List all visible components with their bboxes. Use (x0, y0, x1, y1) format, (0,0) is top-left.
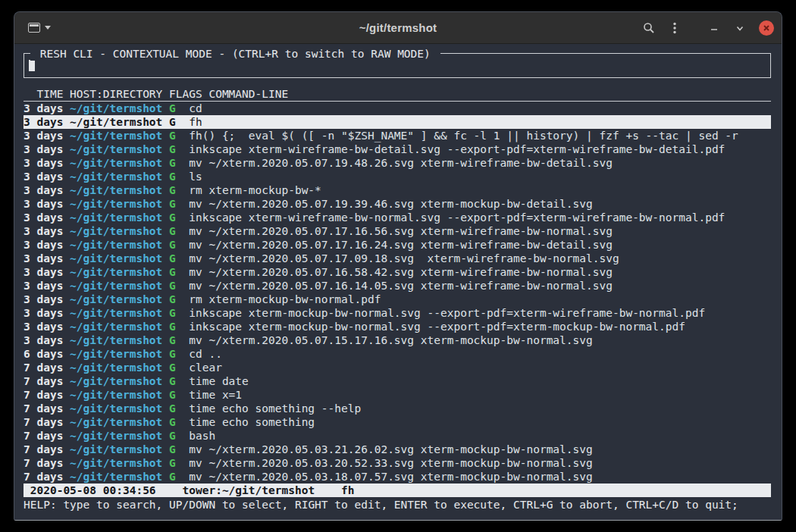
history-row[interactable]: 3 days~/git/termshotGmv ~/xterm.2020.05.… (24, 252, 771, 265)
history-flags: G (169, 225, 176, 237)
history-host: ~/git/termshot (70, 457, 162, 469)
history-flags: G (169, 239, 176, 251)
history-host: ~/git/termshot (70, 361, 162, 374)
history-flags: G (169, 198, 176, 210)
history-time: 3 days (24, 225, 63, 237)
history-row[interactable]: 3 days~/git/termshotGfh (24, 115, 771, 129)
titlebar[interactable]: ~/git/termshot (14, 12, 782, 44)
close-button[interactable] (759, 20, 774, 36)
history-time: 3 days (24, 157, 63, 169)
history-host: ~/git/termshot (70, 334, 162, 346)
history-row[interactable]: 7 days~/git/termshotGmv ~/xterm.2020.05.… (24, 456, 771, 470)
history-time: 3 days (24, 130, 63, 142)
history-flags: G (169, 171, 176, 183)
new-tab-button[interactable] (24, 19, 55, 36)
history-row[interactable]: 7 days~/git/termshotGbash (24, 429, 771, 443)
history-host: ~/git/termshot (70, 348, 162, 360)
history-host: ~/git/termshot (70, 471, 162, 483)
history-flags: G (169, 321, 176, 333)
history-flags: G (169, 430, 176, 442)
status-bar: 2020-05-08 00:34:56 tower:~/git/termshot… (24, 483, 771, 497)
history-time: 3 days (24, 184, 63, 196)
history-flags: G (169, 307, 176, 319)
history-row[interactable]: 3 days~/git/termshotGmv ~/xterm.2020.05.… (24, 279, 771, 293)
history-row[interactable]: 3 days~/git/termshotGmv ~/xterm.2020.05.… (24, 265, 771, 279)
history-host: ~/git/termshot (70, 280, 162, 292)
history-row[interactable]: 3 days~/git/termshotGmv ~/xterm.2020.05.… (24, 197, 771, 211)
history-command: cd .. (189, 348, 222, 360)
history-flags: G (169, 471, 176, 483)
history-command: inkscape xterm-mockup-bw-normal.svg --ex… (189, 307, 705, 319)
history-row[interactable]: 3 days~/git/termshotGmv ~/xterm.2020.05.… (24, 238, 771, 252)
history-flags: G (169, 375, 176, 387)
history-time: 3 days (24, 239, 63, 251)
history-row[interactable]: 3 days~/git/termshotGfh() {; eval $( ([ … (24, 129, 771, 142)
history-host: ~/git/termshot (70, 293, 162, 305)
history-command: mv ~/xterm.2020.05.03.18.07.57.svg xterm… (189, 471, 593, 483)
history-command: rm xterm-mockup-bw-normal.pdf (189, 293, 381, 305)
history-row[interactable]: 3 days~/git/termshotGmv ~/xterm.2020.05.… (24, 224, 771, 238)
history-host: ~/git/termshot (70, 130, 162, 142)
history-flags: G (169, 416, 176, 428)
history-time: 7 days (24, 389, 63, 401)
column-header: TIME HOST:DIRECTORY FLAGS COMMAND-LINE (24, 87, 771, 102)
history-command: inkscape xterm-wireframe-bw-normal.svg -… (189, 211, 725, 224)
history-flags: G (169, 252, 176, 264)
history-row[interactable]: 3 days~/git/termshotGrm xterm-mockup-bw-… (24, 183, 771, 197)
history-command: time echo something (189, 416, 315, 428)
minimize-button[interactable] (704, 18, 724, 38)
history-row[interactable]: 3 days~/git/termshotGls (24, 170, 771, 183)
history-row[interactable]: 7 days~/git/termshotGmv ~/xterm.2020.05.… (24, 443, 771, 456)
history-host: ~/git/termshot (70, 443, 162, 455)
terminal-content[interactable]: RESH CLI - CONTEXTUAL MODE - (CTRL+R to … (14, 44, 782, 520)
history-flags: G (169, 402, 176, 415)
history-host: ~/git/termshot (70, 198, 162, 210)
history-host: ~/git/termshot (70, 389, 162, 401)
history-flags: G (169, 334, 176, 346)
history-time: 3 days (24, 266, 63, 278)
history-time: 7 days (24, 457, 63, 469)
history-host: ~/git/termshot (70, 143, 162, 155)
history-host: ~/git/termshot (70, 321, 162, 333)
kebab-menu-icon (673, 22, 676, 34)
search-button[interactable] (639, 18, 659, 38)
history-row[interactable]: 3 days~/git/termshotGinkscape xterm-wire… (24, 211, 771, 224)
history-time: 3 days (24, 334, 63, 346)
history-flags: G (169, 157, 176, 169)
history-row[interactable]: 3 days~/git/termshotGinkscape xterm-mock… (24, 306, 771, 320)
history-row[interactable]: 3 days~/git/termshotGrm xterm-mockup-bw-… (24, 293, 771, 306)
history-row[interactable]: 7 days~/git/termshotGmv ~/xterm.2020.05.… (24, 470, 771, 483)
history-row[interactable]: 3 days~/git/termshotGcd (24, 102, 771, 115)
menu-button[interactable] (665, 18, 685, 38)
history-time: 7 days (24, 402, 63, 415)
history-row[interactable]: 7 days~/git/termshotGtime echo something… (24, 402, 771, 415)
history-flags: G (169, 116, 176, 128)
history-host: ~/git/termshot (70, 266, 162, 278)
history-host: ~/git/termshot (70, 239, 162, 251)
history-command: clear (189, 361, 222, 374)
history-row[interactable]: 7 days~/git/termshotGtime x=1 (24, 388, 771, 402)
history-time: 3 days (24, 307, 63, 319)
history-host: ~/git/termshot (70, 102, 162, 114)
history-command: inkscape xterm-wireframe-bw-detail.svg -… (189, 143, 725, 155)
history-host: ~/git/termshot (70, 416, 162, 428)
history-command: inkscape xterm-mockup-bw-normal.svg --ex… (189, 321, 685, 333)
history-row[interactable]: 7 days~/git/termshotGtime echo something (24, 415, 771, 429)
history-row[interactable]: 6 days~/git/termshotGcd .. (24, 347, 771, 361)
resh-search-box[interactable]: RESH CLI - CONTEXTUAL MODE - (CTRL+R to … (24, 53, 771, 78)
history-time: 6 days (24, 348, 63, 360)
history-row[interactable]: 3 days~/git/termshotGmv ~/xterm.2020.05.… (24, 156, 771, 170)
history-time: 3 days (24, 252, 63, 264)
history-command: mv ~/xterm.2020.05.07.17.09.18.svg xterm… (189, 252, 619, 264)
history-time: 7 days (24, 375, 63, 387)
history-host: ~/git/termshot (70, 252, 162, 264)
history-row[interactable]: 7 days~/git/termshotGtime date (24, 374, 771, 388)
history-row[interactable]: 3 days~/git/termshotGinkscape xterm-mock… (24, 320, 771, 333)
history-row[interactable]: 7 days~/git/termshotGclear (24, 361, 771, 374)
history-command: mv ~/xterm.2020.05.07.17.16.24.svg xterm… (189, 239, 613, 251)
history-row[interactable]: 3 days~/git/termshotGinkscape xterm-wire… (24, 142, 771, 156)
restore-button[interactable] (730, 18, 750, 38)
history-command: mv ~/xterm.2020.05.07.16.58.42.svg xterm… (189, 266, 613, 278)
history-row[interactable]: 3 days~/git/termshotGmv ~/xterm.2020.05.… (24, 333, 771, 347)
history-flags: G (169, 443, 176, 455)
